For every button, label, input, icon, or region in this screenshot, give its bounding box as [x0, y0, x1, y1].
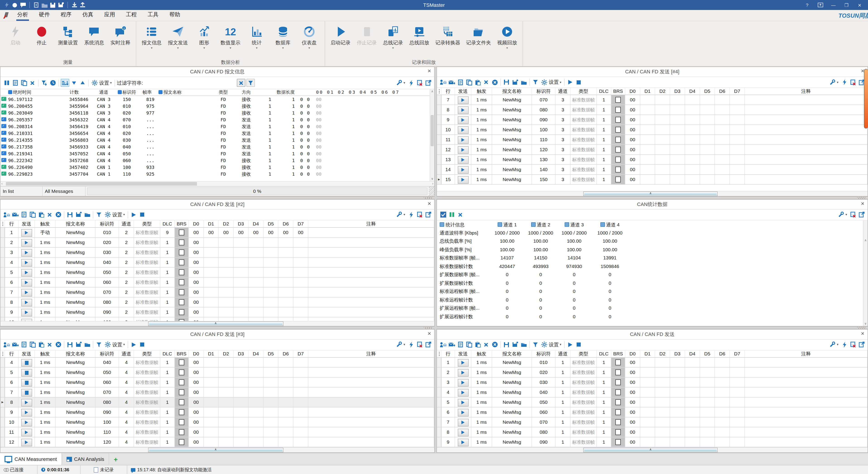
menu-item-1[interactable]: 分析	[12, 9, 33, 21]
table-row[interactable]: 扩展远程帧计数0000	[437, 312, 868, 321]
ribbon-button-统计[interactable]: 统计▼	[244, 22, 270, 50]
brs-checkbox[interactable]	[615, 137, 621, 143]
table-row[interactable]: 96.2030493456118CAN 3020977FD接收110000	[0, 109, 434, 116]
minimize-icon[interactable]: —	[830, 2, 836, 8]
brs-checkbox[interactable]	[179, 389, 184, 395]
column-header[interactable]: 注释	[308, 220, 434, 227]
table-row[interactable]: 96.2193413457052CAN 4050...FD发送110000	[0, 150, 434, 157]
send-toggle-button[interactable]	[21, 279, 32, 286]
table-row[interactable]: 标准远程帧率 [帧...0000	[437, 287, 868, 296]
save-as-icon[interactable]	[511, 78, 519, 86]
close-window-icon[interactable]	[416, 211, 423, 218]
delete-all-icon[interactable]	[54, 211, 62, 218]
column-header[interactable]: 通道	[119, 350, 134, 357]
brs-checkbox[interactable]	[615, 379, 621, 385]
copy-selection-icon[interactable]	[465, 78, 473, 86]
brs-checkbox[interactable]	[615, 419, 621, 425]
sort-icon[interactable]	[61, 79, 69, 87]
column-header[interactable]: 标识符	[96, 220, 119, 227]
column-header[interactable]: 报文名称	[56, 350, 96, 357]
send-toggle-button[interactable]	[458, 106, 468, 114]
table-row[interactable]: 31 msNewMsg0301标准数据帧100	[437, 378, 868, 387]
table-row[interactable]: 41 msNewMsg0404标准数据帧100	[0, 358, 434, 368]
column-header[interactable]: 行	[5, 350, 19, 357]
brs-checkbox[interactable]	[615, 97, 621, 103]
table-row[interactable]: 61 msNewMsg0604标准数据帧100	[0, 378, 434, 387]
table-row[interactable]: ▸81 msNewMsg0804标准数据帧100	[0, 398, 434, 407]
time-mode-icon[interactable]	[49, 79, 57, 87]
ribbon-button-报文发送[interactable]: 报文发送▼	[165, 22, 191, 50]
close-icon[interactable]: ×	[428, 67, 431, 74]
table-row[interactable]: 扩展远程帧率 [帧...0000	[437, 304, 868, 312]
ribbon-button-系统消息[interactable]: 系统消息	[82, 22, 107, 50]
column-header[interactable]: D1	[640, 350, 655, 357]
column-header[interactable]: D2	[219, 220, 234, 227]
column-header[interactable]: 注释	[745, 88, 868, 95]
column-header[interactable]: 报文名称	[492, 88, 532, 95]
column-header[interactable]: 报文名称	[157, 89, 211, 96]
table-row[interactable]: 81 msNewMsg0802标准数据帧100	[0, 297, 434, 307]
close-window-icon[interactable]	[849, 341, 857, 348]
filter-sync-icon[interactable]	[40, 79, 48, 87]
table-row[interactable]: 91 msNewMsg0904标准数据帧100	[0, 407, 434, 417]
brs-checkbox[interactable]	[615, 127, 621, 133]
close-icon[interactable]: ×	[857, 2, 863, 8]
insert-message-icon[interactable]	[448, 341, 456, 348]
close-window-icon[interactable]	[849, 78, 857, 86]
column-header[interactable]: 通道	[556, 88, 570, 95]
flash-small-icon[interactable]	[407, 79, 415, 87]
float-window-icon[interactable]	[424, 341, 432, 348]
gear-icon[interactable]	[91, 79, 98, 87]
table-row[interactable]: 21 msNewMsg0202标准数据帧100	[0, 238, 434, 248]
table-row[interactable]: 71 msNewMsg0702标准数据帧100	[0, 287, 434, 297]
column-header[interactable]: D1	[204, 350, 219, 357]
delete-all-icon[interactable]	[491, 78, 498, 86]
chevron-down-icon[interactable]: ▼	[403, 214, 406, 216]
column-header[interactable]: 行	[441, 350, 455, 357]
open-icon[interactable]	[520, 78, 527, 86]
column-header[interactable]: 标识符	[532, 350, 556, 357]
column-header[interactable]: D5	[700, 350, 715, 357]
column-header[interactable]: D7	[293, 350, 308, 357]
ribbon-button-记录转换器[interactable]: 记录转换器	[433, 22, 463, 50]
paste-icon[interactable]	[474, 341, 481, 348]
save-as-icon[interactable]	[75, 341, 83, 348]
chevron-down-icon[interactable]: ▼	[123, 214, 125, 216]
brs-checkbox[interactable]	[615, 167, 621, 172]
send-toggle-button[interactable]	[458, 359, 468, 367]
column-header[interactable]: D5	[264, 350, 278, 357]
table-row[interactable]: 121 msNewMsg1203标准数据帧100	[437, 145, 868, 155]
resize-grip[interactable]	[429, 187, 434, 196]
brs-checkbox[interactable]	[179, 419, 184, 425]
ribbon-button-图形[interactable]: 图形▼	[191, 22, 217, 50]
paste-icon[interactable]	[474, 78, 481, 86]
column-header[interactable]: D4	[685, 350, 700, 357]
ribbon-button-总线回放[interactable]: 总线回放	[407, 22, 432, 50]
insert-message-icon[interactable]	[448, 78, 456, 86]
table-row[interactable]: 111 msNewMsg1104标准数据帧100	[0, 428, 434, 437]
pause-icon[interactable]	[448, 211, 456, 218]
float-window-icon[interactable]	[424, 211, 432, 218]
scrollbar-track[interactable]	[583, 448, 718, 452]
column-header[interactable]: D4	[249, 220, 264, 227]
column-header[interactable]: D7	[293, 220, 308, 227]
start-all-icon[interactable]	[566, 341, 574, 348]
horizontal-scrollbar[interactable]	[0, 321, 434, 326]
table-row[interactable]: 96.2103313456654CAN 4020...FD发送110000	[0, 130, 434, 137]
gear-icon[interactable]	[540, 78, 548, 86]
column-header[interactable]: 类型	[570, 88, 597, 95]
copy-page-icon[interactable]	[457, 341, 464, 348]
clear-filter-icon[interactable]	[237, 79, 245, 87]
table-row[interactable]: 61 msNewMsg0602标准数据帧100	[0, 278, 434, 287]
table-row[interactable]: 141 msNewMsg1403标准数据帧100	[437, 165, 868, 175]
send-toggle-button[interactable]	[21, 318, 32, 321]
table-row[interactable]: 96.2298233457704CAN 1110925FD接收110000	[0, 171, 434, 178]
column-header[interactable]: 标识符	[116, 89, 137, 96]
column-header[interactable]: 计数	[58, 89, 91, 96]
column-header[interactable]: 通道 1	[490, 220, 524, 229]
close-icon[interactable]: ×	[861, 200, 864, 207]
send-toggle-button[interactable]	[458, 439, 468, 446]
brs-checkbox[interactable]	[179, 379, 184, 385]
chevron-down-icon[interactable]: ▼	[403, 343, 406, 346]
column-header[interactable]: 触发	[35, 220, 56, 227]
